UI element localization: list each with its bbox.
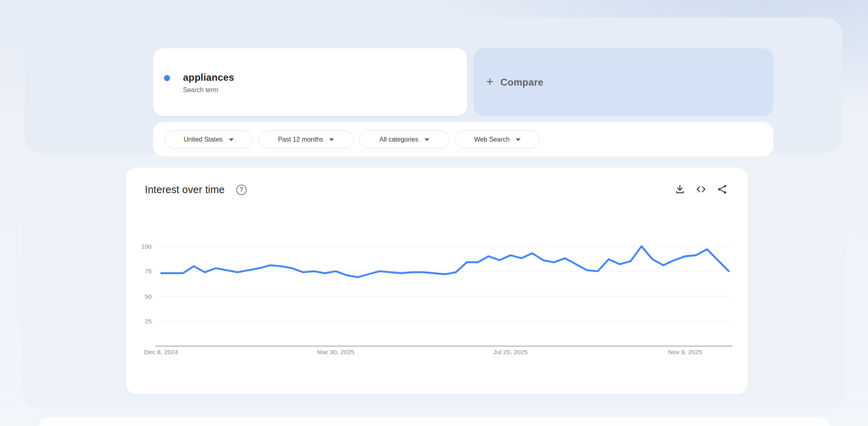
next-section-peek — [39, 417, 830, 426]
y-axis-tick-label: 100 — [141, 243, 152, 250]
y-axis-tick-label: 50 — [145, 293, 152, 300]
filter-search-type-dropdown[interactable]: Web Search — [455, 130, 540, 148]
plus-icon: + — [486, 75, 493, 88]
add-comparison-button[interactable]: + Compare — [473, 48, 773, 116]
filter-category-dropdown[interactable]: All categories — [359, 130, 450, 148]
interest-over-time-card: Interest over time ? — [126, 168, 748, 394]
y-axis-tick-label: 75 — [145, 268, 152, 275]
search-term-card[interactable]: appliances Search term — [153, 48, 467, 116]
filter-region-label: United States — [183, 136, 222, 143]
x-axis-tick-label: Nov 9, 2025 — [668, 349, 702, 355]
filter-search-type-label: Web Search — [474, 136, 510, 143]
interest-over-time-chart[interactable]: 255075100Dec 8, 2024Mar 30, 2025Jul 20, … — [126, 168, 748, 394]
search-term-kind-label: Search term — [183, 86, 218, 94]
search-term-text: appliances — [183, 72, 234, 83]
filter-category-label: All categories — [379, 136, 418, 143]
filter-bar: United States Past 12 months All categor… — [153, 122, 773, 157]
x-axis-tick-label: Jul 20, 2025 — [493, 349, 528, 355]
trend-line — [161, 246, 729, 277]
x-axis-tick-label: Dec 8, 2024 — [144, 349, 178, 355]
series-color-dot-icon — [164, 75, 170, 81]
chevron-down-icon — [424, 138, 429, 141]
compare-label: Compare — [500, 77, 543, 88]
google-trends-explore-page: appliances Search term + Compare United … — [0, 0, 868, 426]
explore-header-container: appliances Search term + Compare United … — [25, 17, 842, 153]
chevron-down-icon — [229, 138, 234, 141]
chevron-down-icon — [516, 138, 521, 141]
filter-time-range-dropdown[interactable]: Past 12 months — [258, 130, 354, 148]
y-axis-tick-label: 25 — [145, 318, 152, 325]
filter-region-dropdown[interactable]: United States — [164, 130, 253, 148]
filter-time-range-label: Past 12 months — [278, 136, 323, 143]
chevron-down-icon — [329, 138, 334, 141]
x-axis-tick-label: Mar 30, 2025 — [317, 349, 354, 355]
